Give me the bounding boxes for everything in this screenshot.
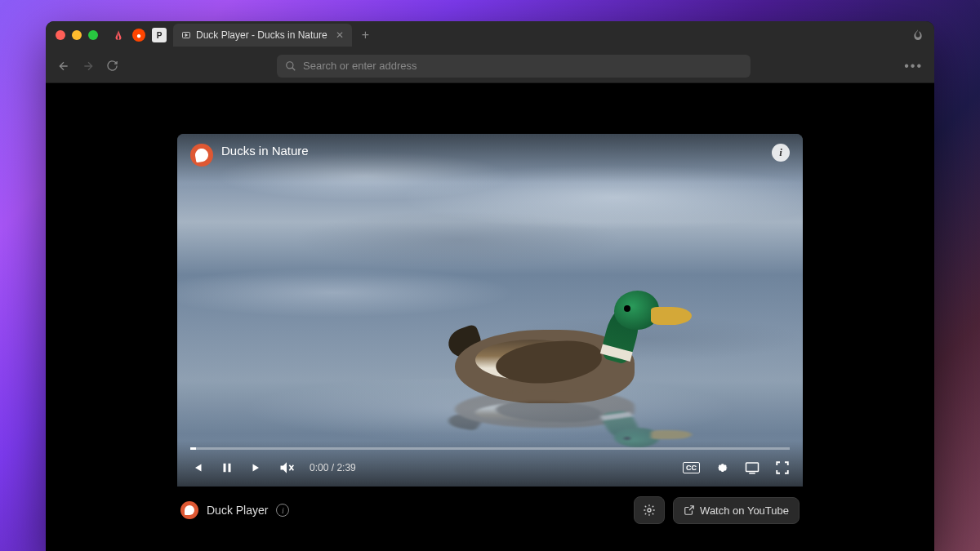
- cast-icon: [744, 460, 760, 475]
- video-frame: [177, 134, 803, 487]
- volume-muted-icon: [278, 460, 295, 476]
- titlebar: ● P Duck Player - Ducks in Nature ✕ +: [46, 21, 934, 49]
- page-content: Ducks in Nature i 0:00 / 2:39 CC: [46, 83, 934, 551]
- reload-icon: [106, 60, 118, 72]
- watch-on-youtube-button[interactable]: Watch on YouTube: [673, 497, 800, 524]
- duckduckgo-logo-icon: [180, 501, 198, 519]
- pinned-tab-airbnb[interactable]: [111, 28, 126, 42]
- address-bar[interactable]: Search or enter address: [277, 55, 751, 78]
- app-name: Duck Player: [207, 504, 268, 517]
- player-footer: Duck Player i Watch on YouTube: [177, 487, 803, 534]
- active-tab[interactable]: Duck Player - Ducks in Nature ✕: [173, 24, 352, 47]
- next-button[interactable]: [249, 460, 264, 475]
- gear-icon: [715, 460, 729, 475]
- skip-previous-icon: [190, 460, 205, 475]
- svg-marker-1: [185, 34, 188, 37]
- mute-button[interactable]: [278, 460, 295, 476]
- browser-window: ● P Duck Player - Ducks in Nature ✕ + Se…: [46, 21, 934, 551]
- svg-point-6: [648, 509, 651, 512]
- svg-rect-5: [746, 463, 759, 472]
- pause-button[interactable]: [220, 460, 234, 475]
- forward-button[interactable]: [82, 60, 95, 73]
- video-info-button[interactable]: i: [772, 144, 790, 162]
- svg-rect-3: [224, 464, 226, 473]
- tab-title: Duck Player - Ducks in Nature: [196, 29, 327, 41]
- video-player[interactable]: Ducks in Nature i 0:00 / 2:39 CC: [177, 134, 803, 487]
- close-window-button[interactable]: [56, 30, 65, 40]
- time-display: 0:00 / 2:39: [310, 462, 356, 473]
- player-container: Ducks in Nature i 0:00 / 2:39 CC: [177, 134, 803, 534]
- svg-point-2: [287, 61, 293, 68]
- player-settings-button[interactable]: [634, 496, 665, 524]
- toolbar: Search or enter address •••: [46, 49, 934, 83]
- video-controls: 0:00 / 2:39 CC: [177, 441, 803, 487]
- settings-button[interactable]: [715, 460, 729, 475]
- close-tab-icon[interactable]: ✕: [336, 29, 344, 41]
- fullscreen-icon: [775, 460, 790, 475]
- app-info-button[interactable]: i: [276, 504, 289, 517]
- window-controls: [56, 30, 98, 40]
- captions-button[interactable]: CC: [683, 462, 700, 473]
- external-link-icon: [684, 504, 695, 516]
- more-menu-button[interactable]: •••: [904, 59, 923, 73]
- video-header: Ducks in Nature i: [177, 134, 803, 183]
- gear-icon: [643, 504, 656, 517]
- cast-button[interactable]: [744, 460, 760, 475]
- play-icon: [181, 30, 191, 40]
- fire-button[interactable]: [911, 29, 924, 42]
- maximize-window-button[interactable]: [88, 30, 98, 40]
- cc-icon: CC: [683, 462, 700, 473]
- arrow-left-icon: [57, 60, 70, 73]
- fire-icon: [911, 29, 924, 42]
- address-placeholder: Search or enter address: [303, 60, 416, 72]
- progress-bar[interactable]: [190, 447, 790, 450]
- previous-button[interactable]: [190, 460, 205, 475]
- new-tab-button[interactable]: +: [355, 28, 376, 42]
- minimize-window-button[interactable]: [72, 30, 82, 40]
- pinned-tab-app[interactable]: P: [152, 28, 167, 42]
- back-button[interactable]: [57, 60, 70, 73]
- fullscreen-button[interactable]: [775, 460, 790, 475]
- arrow-right-icon: [82, 60, 95, 73]
- search-icon: [285, 60, 296, 72]
- reload-button[interactable]: [106, 60, 118, 72]
- svg-rect-4: [229, 464, 231, 473]
- pinned-tabs: ● P: [111, 28, 167, 42]
- channel-avatar-icon[interactable]: [190, 144, 213, 167]
- skip-next-icon: [249, 460, 264, 475]
- video-title: Ducks in Nature: [221, 144, 309, 158]
- pause-icon: [220, 460, 234, 475]
- pinned-tab-reddit[interactable]: ●: [132, 29, 145, 42]
